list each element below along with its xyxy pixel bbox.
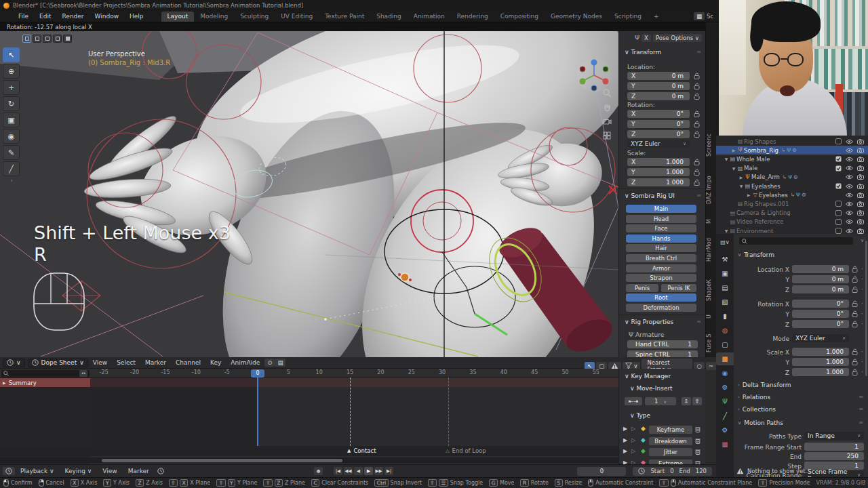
outliner-row[interactable]: ▤Camera & Lighting bbox=[716, 209, 868, 218]
panel-rig-properties[interactable]: ∨ Rig Properties bbox=[625, 319, 673, 325]
camera-icon[interactable] bbox=[857, 192, 864, 198]
rig-prop-hand-ctrl[interactable]: Hand CTRL1 bbox=[627, 340, 698, 348]
rig-button-breath-ctrl[interactable]: Breath Ctrl bbox=[626, 254, 696, 262]
panel-transform[interactable]: ∨ Transform bbox=[625, 49, 661, 56]
keytype-jitter-button[interactable]: Jitter bbox=[649, 448, 692, 456]
rotate-tool[interactable]: ↻ bbox=[3, 96, 20, 111]
checkbox-empty-icon[interactable] bbox=[835, 228, 842, 234]
expander-icon[interactable]: ▶ bbox=[731, 148, 736, 152]
rotation-y-field[interactable]: Y0° bbox=[627, 120, 690, 128]
section-collections[interactable]: ›Collections bbox=[738, 406, 776, 413]
animate-dot[interactable]: · bbox=[861, 300, 863, 307]
jump-end-button[interactable]: ▶| bbox=[384, 467, 393, 475]
lock-icon[interactable] bbox=[852, 348, 858, 355]
eye-icon[interactable] bbox=[846, 157, 853, 162]
menu-edit[interactable]: Edit bbox=[34, 11, 56, 22]
move-tool[interactable]: + bbox=[3, 80, 20, 95]
timeline-marker-end-of-loop[interactable]: △End of Loop bbox=[446, 447, 486, 454]
lock-icon[interactable] bbox=[852, 300, 858, 307]
lock-wrap[interactable] bbox=[694, 73, 700, 79]
outliner-row[interactable]: ▼▤Male bbox=[716, 164, 868, 173]
expander-icon[interactable]: ▼ bbox=[731, 166, 736, 171]
keyframe-area[interactable] bbox=[90, 378, 618, 446]
channel-fit-button[interactable]: ↔ bbox=[79, 370, 87, 377]
keytype-keyframe-button[interactable]: Keyframe bbox=[649, 426, 692, 434]
properties-tab-object[interactable]: ■ bbox=[716, 352, 734, 365]
camera-icon[interactable] bbox=[857, 201, 864, 207]
paths-type-dropdown[interactable]: In Range∨ bbox=[804, 432, 864, 440]
prev-keyframe-button[interactable]: ◀◀ bbox=[344, 467, 353, 475]
trash-icon[interactable] bbox=[695, 438, 701, 444]
camera-icon[interactable] bbox=[857, 165, 864, 171]
timeline-menu-view[interactable]: View bbox=[97, 466, 122, 476]
prop-z-field[interactable]: 0 m bbox=[792, 285, 849, 293]
prop-z-field[interactable]: 0° bbox=[792, 320, 849, 328]
lock-wrap[interactable] bbox=[694, 93, 700, 100]
properties-tab-output[interactable]: ▤ bbox=[716, 281, 734, 294]
outliner-row[interactable]: ▤Rig Shapes.001 bbox=[716, 199, 868, 208]
select-mode-lasso[interactable] bbox=[53, 35, 62, 43]
workspace-tab-geometry-nodes[interactable]: Geometry Nodes bbox=[545, 12, 608, 22]
editor-type-selector[interactable]: ∨ bbox=[3, 359, 25, 367]
ds-menu-marker[interactable]: Marker bbox=[140, 357, 171, 369]
menu-help[interactable]: Help bbox=[124, 11, 149, 22]
lock-icon[interactable] bbox=[852, 286, 858, 293]
select-box-tool[interactable]: ↖ bbox=[3, 47, 20, 62]
menu-window[interactable]: Window bbox=[90, 11, 125, 22]
timeline-marker-contact[interactable]: ▲Contact bbox=[347, 447, 376, 454]
side-tab-screenc[interactable]: Screenc bbox=[706, 125, 717, 164]
viewport-3d[interactable]: Rotation: -12.57 along local X ↖⊕+↻▣◉✎╱›… bbox=[0, 22, 705, 357]
rotation-mode-dropdown[interactable]: XYZ Euler∨ bbox=[792, 334, 849, 342]
timeline-ruler[interactable]: -25-20-15-10-50510152025303540455055 bbox=[0, 369, 618, 378]
properties-tab-texture[interactable]: ▦ bbox=[716, 438, 734, 451]
next-keyframe-button[interactable]: ▶▶ bbox=[374, 467, 383, 475]
outliner-row[interactable]: ▼▤Eyelashes bbox=[716, 182, 868, 190]
trash-wrap[interactable] bbox=[695, 449, 701, 455]
frame-range-end-field[interactable]: 250 bbox=[804, 452, 864, 460]
transform-tool[interactable]: ◉ bbox=[3, 129, 20, 144]
panel-sombra-rig-ui[interactable]: ∨ Sombra Rig UI bbox=[625, 192, 675, 199]
select-mode-tweak[interactable] bbox=[22, 35, 31, 43]
camera-icon[interactable] bbox=[857, 157, 864, 162]
rig-button-hands[interactable]: Hands bbox=[626, 235, 696, 243]
section-relations[interactable]: ›Relations bbox=[738, 394, 770, 401]
animate-dot[interactable]: · bbox=[861, 321, 863, 327]
lock-wrap[interactable] bbox=[694, 159, 700, 165]
lock-icon[interactable] bbox=[694, 73, 700, 79]
camera-icon[interactable] bbox=[857, 184, 864, 189]
lock-icon[interactable] bbox=[694, 131, 700, 138]
lock-icon[interactable] bbox=[694, 93, 700, 100]
workspace-tab-texture-paint[interactable]: Texture Paint bbox=[319, 12, 370, 22]
animate-dot[interactable]: · bbox=[861, 266, 863, 272]
deselect-keys-icon[interactable]: ▷ bbox=[631, 437, 635, 443]
lock-icon[interactable] bbox=[694, 179, 700, 186]
lock-wrap[interactable] bbox=[694, 179, 700, 186]
lock-wrap[interactable] bbox=[694, 169, 700, 176]
keytype-breakdown-button[interactable]: Breakdown bbox=[649, 437, 692, 445]
chevron-down-icon[interactable]: ∨ bbox=[861, 238, 864, 243]
outliner-row[interactable]: ▤Video Reference bbox=[716, 218, 868, 226]
checkbox-checked-icon[interactable] bbox=[835, 165, 842, 171]
end-value[interactable]: 120 bbox=[696, 468, 707, 474]
toolbar-expand-icon[interactable]: › bbox=[3, 178, 20, 184]
jump-start-button[interactable]: |◀ bbox=[334, 467, 342, 475]
current-frame-field[interactable]: 0 bbox=[577, 467, 626, 476]
scene-selector-icon[interactable]: ▦ bbox=[694, 12, 705, 20]
camera-view-icon[interactable] bbox=[601, 115, 613, 127]
eye-icon[interactable] bbox=[846, 228, 853, 234]
expander-icon[interactable]: ▼ bbox=[738, 184, 744, 188]
properties-tab-bone-constraints[interactable]: ⚙ bbox=[716, 424, 734, 436]
properties-tab-scene[interactable]: ▮ bbox=[716, 310, 734, 323]
scale-x-field[interactable]: X1.000 bbox=[627, 158, 690, 166]
workspace-add-tab[interactable]: + bbox=[648, 12, 665, 22]
eye-icon[interactable] bbox=[846, 210, 853, 216]
workspace-tab-animation[interactable]: Animation bbox=[408, 12, 451, 22]
annotate-tool[interactable]: ✎ bbox=[3, 145, 20, 160]
lock-wrap[interactable] bbox=[694, 121, 700, 127]
checkbox-empty-icon[interactable] bbox=[835, 210, 842, 216]
eye-icon[interactable] bbox=[846, 184, 853, 189]
checkbox-checked-icon[interactable] bbox=[835, 183, 842, 189]
key-manager-title[interactable]: ∨ Key Manager bbox=[625, 373, 671, 380]
trash-wrap[interactable] bbox=[695, 426, 701, 432]
trash-wrap[interactable] bbox=[695, 438, 701, 444]
